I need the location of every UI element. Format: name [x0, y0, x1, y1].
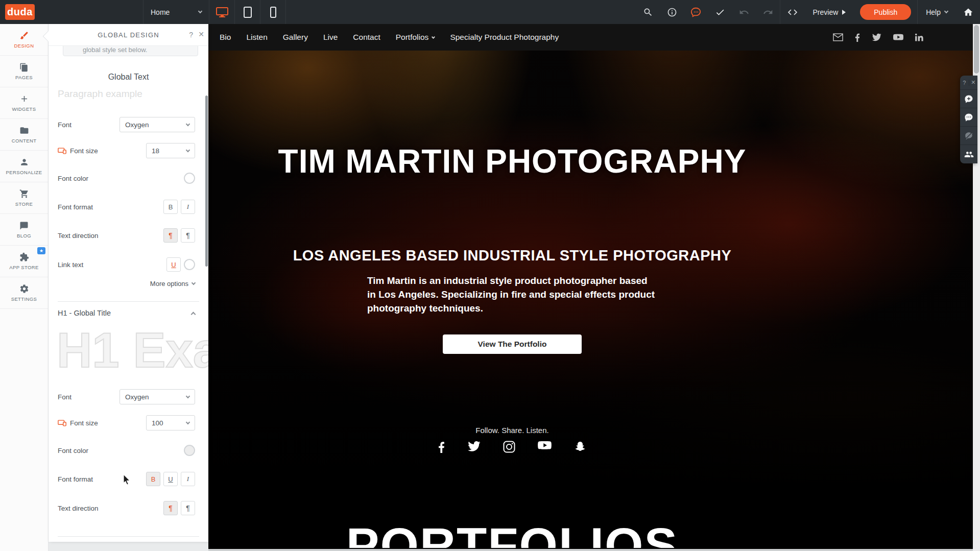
italic-button[interactable]: I [181, 200, 195, 214]
mobile-view-button[interactable] [260, 0, 286, 24]
youtube-icon[interactable] [893, 34, 903, 41]
publish-button[interactable]: Publish [860, 4, 911, 20]
sidebar-item-label: CONTENT [12, 138, 37, 143]
h1-font-size-select[interactable]: 100 [146, 415, 195, 430]
portfolios-heading: PORTFOLIOS [208, 517, 816, 548]
info-icon [667, 7, 677, 17]
nav-item-gallery[interactable]: Gallery [283, 33, 308, 42]
hero-content: TIM MARTIN PHOTOGRAPHY LOS ANGELES BASED… [208, 51, 816, 485]
h1-font-size-row: Font size 100 [58, 415, 195, 430]
youtube-icon[interactable] [538, 441, 552, 451]
font-format-buttons: B I [163, 200, 195, 214]
sidebar-item-personalize[interactable]: PERSONALIZE [0, 151, 48, 182]
link-underline-button[interactable]: U [166, 257, 181, 272]
help-label: Help [926, 8, 941, 16]
sidebar-item-store[interactable]: STORE [0, 182, 48, 214]
link-color-swatch[interactable] [184, 259, 195, 270]
redo-button[interactable] [756, 0, 780, 24]
sidebar-item-settings[interactable]: SETTINGS [0, 277, 48, 309]
hide-comments-button[interactable] [960, 127, 977, 145]
h1-font-select[interactable]: Oxygen [119, 389, 195, 404]
facebook-icon[interactable] [855, 33, 860, 42]
undo-button[interactable] [732, 0, 756, 24]
h1-text-direction-label: Text direction [58, 505, 99, 512]
nav-item-live[interactable]: Live [323, 33, 338, 42]
hero-social-links [208, 441, 816, 453]
social-caption: Follow. Share. Listen. [208, 426, 816, 435]
star-icon: ★ [39, 248, 43, 253]
developer-mode-button[interactable] [780, 0, 804, 24]
panel-scrollbar[interactable] [205, 95, 208, 267]
chevron-down-icon [192, 281, 196, 285]
instagram-icon[interactable] [503, 441, 515, 453]
more-options-button[interactable]: More options [150, 280, 195, 288]
h1-font-size-label: Font size [58, 419, 98, 427]
help-dropdown[interactable]: Help [918, 0, 956, 24]
h1-italic-button[interactable]: I [181, 472, 195, 486]
panel-help-button[interactable]: ? [189, 31, 193, 39]
nav-item-specialty[interactable]: Specialty Product Photography [450, 33, 559, 42]
font-size-select[interactable]: 18 [146, 143, 195, 158]
info-button[interactable] [660, 0, 684, 24]
sidebar-item-widgets[interactable]: WIDGETS [0, 87, 48, 119]
pilcrow-rtl-icon: ¶ [186, 231, 190, 239]
duda-logo[interactable]: duda [5, 4, 35, 20]
h1-font-color-swatch[interactable] [184, 445, 195, 456]
puzzle-icon [19, 252, 29, 262]
font-size-row: Font size 18 [58, 143, 195, 158]
undo-icon [739, 7, 749, 17]
preview-button[interactable]: Preview [804, 0, 854, 24]
panel-body: global style set below. Global Text Para… [49, 46, 208, 542]
tablet-view-button[interactable] [235, 0, 260, 24]
h1-section-heading: H1 - Global Title [58, 309, 111, 317]
app-store-badge: ★ [37, 247, 45, 254]
search-button[interactable] [636, 0, 660, 24]
sidebar-item-pages[interactable]: PAGES [0, 56, 48, 87]
facebook-icon[interactable] [438, 441, 445, 453]
nav-item-bio[interactable]: Bio [220, 33, 231, 42]
collaborators-button[interactable] [960, 145, 977, 163]
chevron-down-icon [198, 9, 202, 13]
nav-item-listen[interactable]: Listen [246, 33, 267, 42]
ltr-direction-button[interactable]: ¶ [163, 228, 178, 243]
rtl-direction-button[interactable]: ¶ [181, 228, 195, 243]
font-color-label: Font color [58, 175, 88, 182]
desktop-view-button[interactable] [209, 0, 235, 24]
dashboard-home-button[interactable] [956, 0, 980, 24]
font-select[interactable]: Oxygen [119, 117, 195, 132]
scrollbar-thumb[interactable] [974, 25, 979, 74]
email-icon[interactable] [833, 33, 843, 41]
font-size-label-text: Font size [70, 147, 98, 155]
twitter-icon[interactable] [467, 441, 481, 452]
sidebar-item-app-store[interactable]: ★ APP STORE [0, 246, 48, 277]
comments-button[interactable] [684, 0, 708, 24]
twitter-icon[interactable] [872, 33, 881, 41]
h1-underline-button[interactable]: U [163, 472, 178, 486]
nav-item-portfolios-label: Portfolios [396, 33, 429, 42]
page-selector-dropdown[interactable]: Home [143, 0, 209, 24]
show-comments-button[interactable] [960, 108, 977, 127]
approve-button[interactable] [708, 0, 732, 24]
bold-button[interactable]: B [163, 200, 178, 214]
sidebar-item-design[interactable]: DESIGN [0, 24, 48, 56]
h1-rtl-direction-button[interactable]: ¶ [181, 501, 195, 515]
sidebar-item-content[interactable]: CONTENT [0, 119, 48, 151]
h1-global-title-header[interactable]: H1 - Global Title [58, 309, 195, 317]
snapchat-icon[interactable] [574, 441, 586, 453]
sidebar-item-blog[interactable]: BLOG [0, 214, 48, 246]
nav-item-contact[interactable]: Contact [353, 33, 380, 42]
close-icon[interactable]: ✕ [198, 30, 204, 38]
nav-item-portfolios[interactable]: Portfolios [396, 33, 435, 42]
view-portfolio-button[interactable]: View The Portfolio [443, 334, 582, 354]
chevron-down-icon [186, 394, 190, 398]
linkedin-icon[interactable] [915, 33, 924, 42]
desktop-icon [216, 7, 229, 18]
h1-ltr-direction-button[interactable]: ¶ [163, 501, 178, 515]
toolbar-close-button[interactable]: ✕ [969, 79, 978, 86]
add-comment-button[interactable] [960, 90, 977, 108]
pilcrow-ltr-icon: ¶ [169, 504, 173, 512]
toolbar-help-button[interactable]: ? [960, 80, 969, 86]
font-color-swatch[interactable] [184, 173, 195, 184]
site-preview-canvas: Bio Listen Gallery Live Contact Portfoli… [208, 24, 973, 551]
h1-bold-button[interactable]: B [146, 472, 160, 486]
